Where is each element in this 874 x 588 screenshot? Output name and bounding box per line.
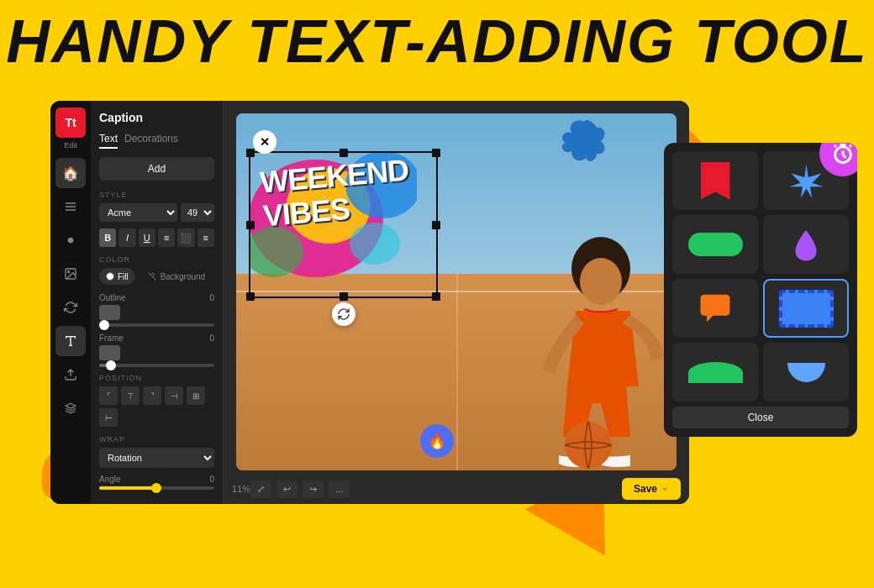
bookmark-shape [701, 162, 730, 200]
rotate-handle[interactable] [332, 302, 355, 326]
tab-text[interactable]: Text [99, 133, 118, 149]
canvas-image: WEEKEND VIBES ✕ [236, 113, 677, 470]
format-row: B I U ≡ ⬛ ≡ [99, 228, 214, 247]
wave-shape [688, 362, 743, 383]
wrap-select[interactable]: Rotation [99, 448, 214, 468]
save-button[interactable]: Save [622, 478, 681, 500]
handle-bottom-right[interactable] [432, 292, 440, 301]
decorations-grid [672, 151, 849, 402]
editor-container: Tt Edit 🏠 Caption Text Decorations [50, 101, 689, 504]
sidebar-icon-media[interactable] [55, 259, 86, 289]
fill-color-picker[interactable]: Fill [99, 268, 135, 285]
bold-button[interactable]: B [99, 228, 116, 247]
position-top-center[interactable]: ⊤ [121, 386, 140, 405]
svg-point-12 [565, 422, 612, 469]
handle-bottom-middle[interactable] [340, 292, 348, 301]
deco-speech-bubble[interactable] [672, 279, 758, 338]
angle-slider-thumb[interactable] [151, 483, 161, 493]
drop-shape [793, 226, 819, 264]
deco-drop[interactable] [763, 215, 849, 274]
align-left-button[interactable]: ≡ [158, 228, 175, 247]
sidebar-icon-refresh[interactable] [55, 292, 86, 323]
align-center-button[interactable]: ⬛ [177, 228, 194, 247]
undo-button[interactable]: ↩ [276, 480, 297, 498]
redo-button[interactable]: ↪ [303, 480, 324, 498]
outline-label: Outline 0 [99, 293, 214, 302]
position-row: ⌜ ⊤ ⌝ ⊣ ⊞ ⊢ [99, 386, 214, 427]
edit-label: Edit [64, 141, 77, 150]
court-center-line [456, 274, 458, 470]
sidebar-icon-shape[interactable] [55, 225, 86, 255]
star-burst-shape [787, 162, 825, 200]
style-label: STYLE [99, 191, 214, 199]
position-middle-center[interactable]: ⊞ [187, 386, 205, 405]
deco-wave[interactable] [672, 343, 758, 402]
font-row: Acme 494 [99, 203, 214, 222]
position-middle-right[interactable]: ⊢ [99, 408, 118, 427]
canvas-close-button[interactable]: ✕ [253, 130, 276, 154]
frame-slider-thumb[interactable] [106, 360, 116, 370]
handle-middle-left[interactable] [246, 221, 255, 229]
deco-pill[interactable] [672, 215, 758, 274]
handle-middle-right[interactable] [432, 221, 440, 229]
background-label: Background [161, 272, 205, 281]
page-title: HANDY TEXT-ADDING TOOL [0, 7, 874, 76]
angle-slider-fill [99, 486, 157, 490]
color-row: Fill Background [99, 268, 214, 285]
color-label: COLOR [99, 255, 214, 264]
svg-point-9 [580, 258, 622, 305]
selection-box [249, 151, 438, 298]
decorations-panel: Close [664, 143, 857, 437]
fill-color-dot [106, 272, 114, 281]
deco-half-circle[interactable] [763, 343, 849, 402]
outline-color-swatch[interactable] [99, 305, 120, 320]
more-button[interactable]: ... [329, 480, 350, 498]
sidebar-icon-upload[interactable] [55, 360, 86, 390]
canvas-bottom-bar: 11% ⤢ ↩ ↪ ... Save [224, 478, 689, 500]
left-sidebar: Tt Edit 🏠 [50, 101, 91, 504]
speech-bubble-shape [698, 291, 732, 325]
handle-top-right[interactable] [432, 149, 440, 157]
player-figure [500, 235, 668, 470]
angle-slider-row: Angle 0 [99, 475, 214, 490]
align-right-button[interactable]: ≡ [197, 228, 214, 247]
zoom-level: 11% [232, 484, 250, 494]
pill-shape [688, 233, 743, 256]
wrap-label: WRAP [99, 435, 214, 444]
expand-button[interactable]: ⤢ [250, 480, 271, 498]
position-label: POSITION [99, 374, 214, 382]
stamp-shape [779, 290, 834, 328]
position-top-left[interactable]: ⌜ [99, 386, 118, 405]
handle-bottom-left[interactable] [246, 292, 255, 301]
sidebar-icon-home[interactable]: 🏠 [55, 158, 86, 188]
deco-stamp[interactable] [763, 279, 849, 338]
font-size-select[interactable]: 494 [181, 203, 214, 222]
player-svg [500, 235, 668, 470]
handle-top-left[interactable] [246, 149, 255, 157]
sidebar-icon-text[interactable] [55, 326, 86, 356]
outline-slider-thumb[interactable] [99, 320, 109, 330]
background-color-picker[interactable]: Background [140, 268, 212, 285]
flame-button[interactable]: 🔥 [420, 424, 454, 458]
svg-point-2 [68, 271, 70, 273]
svg-point-0 [68, 238, 74, 244]
frame-slider-track [99, 364, 214, 367]
sidebar-icon-edit[interactable] [55, 192, 86, 222]
tab-decorations[interactable]: Decorations [124, 133, 178, 149]
add-button[interactable]: Add [99, 157, 214, 181]
sidebar-icon-settings[interactable] [55, 393, 86, 423]
font-family-select[interactable]: Acme [99, 203, 177, 222]
handle-top-middle[interactable] [340, 149, 348, 157]
caption-tabs: Text Decorations [99, 133, 214, 149]
blue-splat-decoration [559, 118, 609, 164]
position-top-right[interactable]: ⌝ [143, 386, 161, 405]
outline-slider-track [99, 323, 214, 327]
underline-button[interactable]: U [139, 228, 155, 247]
close-panel-button[interactable]: Close [672, 407, 849, 428]
caption-panel: Caption Text Decorations Add STYLE Acme … [91, 101, 224, 504]
deco-bookmark[interactable] [672, 151, 758, 210]
frame-color-swatch[interactable] [99, 345, 120, 360]
canvas-area: WEEKEND VIBES ✕ [224, 101, 689, 504]
position-middle-left[interactable]: ⊣ [165, 386, 183, 405]
italic-button[interactable]: I [118, 228, 135, 247]
